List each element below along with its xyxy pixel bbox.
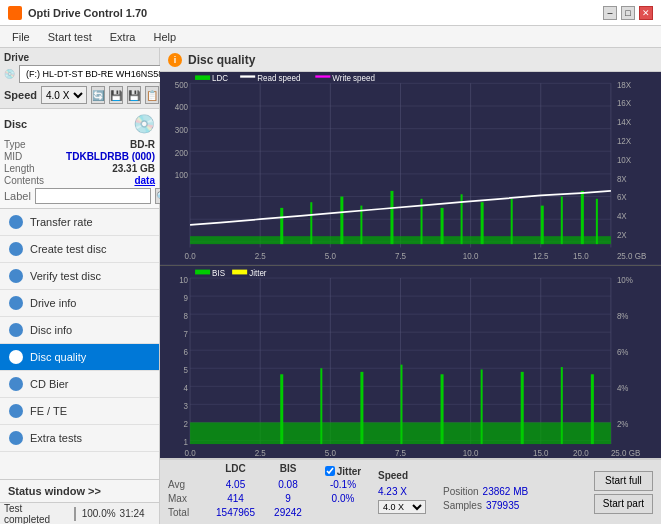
speed-icon-3[interactable]: 💾 bbox=[127, 86, 141, 104]
sidebar-label-fe-te: FE / TE bbox=[30, 405, 67, 417]
status-window-item[interactable]: Status window >> bbox=[0, 480, 159, 502]
svg-rect-105 bbox=[441, 374, 444, 444]
disc-length-row: Length 23.31 GB bbox=[4, 163, 155, 174]
start-full-button[interactable]: Start full bbox=[594, 471, 653, 491]
sidebar-item-cd-bier[interactable]: CD Bier bbox=[0, 371, 159, 398]
svg-text:4: 4 bbox=[184, 382, 189, 393]
svg-rect-43 bbox=[390, 191, 393, 244]
menu-start-test[interactable]: Start test bbox=[40, 29, 100, 45]
max-bis: 9 bbox=[285, 493, 291, 507]
sidebar-item-create-test-disc[interactable]: Create test disc bbox=[0, 236, 159, 263]
svg-text:LDC: LDC bbox=[212, 73, 228, 84]
menu-file[interactable]: File bbox=[4, 29, 38, 45]
app-icon bbox=[8, 6, 22, 20]
drive-section: Drive 💿 (F:) HL-DT-ST BD-RE WH16NS58 TST… bbox=[0, 48, 159, 109]
disc-label-input[interactable] bbox=[35, 188, 151, 204]
extra-tests-icon bbox=[8, 430, 24, 446]
svg-text:14X: 14X bbox=[617, 117, 632, 128]
svg-text:Read speed: Read speed bbox=[257, 73, 300, 84]
position-value: 23862 MB bbox=[483, 486, 529, 500]
svg-rect-106 bbox=[481, 369, 483, 444]
svg-text:8%: 8% bbox=[617, 310, 629, 321]
menu-extra[interactable]: Extra bbox=[102, 29, 144, 45]
speed-icon-1[interactable]: 🔄 bbox=[91, 86, 105, 104]
svg-rect-110 bbox=[195, 269, 210, 274]
sidebar-label-cd-bier: CD Bier bbox=[30, 378, 69, 390]
sidebar-item-fe-te[interactable]: FE / TE bbox=[0, 398, 159, 425]
svg-text:4X: 4X bbox=[617, 211, 627, 222]
disc-label-row: Label 🔍 bbox=[4, 188, 155, 204]
svg-rect-51 bbox=[581, 191, 584, 244]
sidebar-label-create-test-disc: Create test disc bbox=[30, 243, 106, 255]
status-section: Status window >> bbox=[0, 479, 159, 502]
avg-ldc: 4.05 bbox=[226, 479, 245, 493]
svg-rect-45 bbox=[441, 208, 444, 244]
start-part-button[interactable]: Start part bbox=[594, 494, 653, 514]
menu-help[interactable]: Help bbox=[145, 29, 184, 45]
svg-text:10%: 10% bbox=[617, 274, 633, 285]
sidebar-label-disc-quality: Disc quality bbox=[30, 351, 86, 363]
sidebar-item-disc-quality[interactable]: Disc quality bbox=[0, 344, 159, 371]
start-buttons: Start full Start part bbox=[594, 471, 653, 514]
transfer-rate-icon bbox=[8, 214, 24, 230]
svg-text:100: 100 bbox=[175, 170, 189, 181]
drive-info-icon bbox=[8, 295, 24, 311]
svg-text:10.0: 10.0 bbox=[463, 250, 479, 261]
svg-text:7.5: 7.5 bbox=[395, 447, 406, 458]
content-area: i Disc quality bbox=[160, 48, 661, 524]
disc-mid-value: TDKBLDRBB (000) bbox=[66, 151, 155, 162]
disc-type-value: BD-R bbox=[130, 139, 155, 150]
sidebar-item-verify-test-disc[interactable]: Verify test disc bbox=[0, 263, 159, 290]
disc-contents-value[interactable]: data bbox=[134, 175, 155, 186]
svg-rect-48 bbox=[511, 199, 513, 244]
nav-items: Transfer rate Create test disc Verify te… bbox=[0, 209, 159, 479]
speed-icon-2[interactable]: 💾 bbox=[109, 86, 123, 104]
svg-text:15.0: 15.0 bbox=[533, 447, 549, 458]
speed-select-stats[interactable]: 4.0 X bbox=[378, 500, 426, 514]
disc-mid-label: MID bbox=[4, 151, 22, 162]
speed-icon-4[interactable]: 📋 bbox=[145, 86, 159, 104]
create-test-disc-icon bbox=[8, 241, 24, 257]
speed-label: Speed bbox=[4, 89, 37, 101]
sidebar-item-extra-tests[interactable]: Extra tests bbox=[0, 425, 159, 452]
svg-text:300: 300 bbox=[175, 125, 189, 136]
svg-rect-47 bbox=[481, 202, 484, 244]
close-button[interactable]: ✕ bbox=[639, 6, 653, 20]
disc-label: Disc bbox=[4, 118, 27, 130]
svg-rect-109 bbox=[591, 374, 594, 444]
fe-te-icon bbox=[8, 403, 24, 419]
sidebar-item-transfer-rate[interactable]: Transfer rate bbox=[0, 209, 159, 236]
time-text: 31:24 bbox=[120, 508, 155, 519]
svg-rect-0 bbox=[160, 72, 661, 265]
minimize-button[interactable]: – bbox=[603, 6, 617, 20]
progress-area: Test completed 100.0% 31:24 bbox=[0, 502, 159, 524]
jitter-checkbox[interactable] bbox=[325, 466, 335, 476]
sidebar-label-disc-info: Disc info bbox=[30, 324, 72, 336]
menu-bar: File Start test Extra Help bbox=[0, 26, 661, 48]
svg-text:8: 8 bbox=[184, 310, 189, 321]
sidebar-item-drive-info[interactable]: Drive info bbox=[0, 290, 159, 317]
svg-text:2X: 2X bbox=[617, 230, 627, 241]
content-title: Disc quality bbox=[188, 53, 255, 67]
bottom-panel: Avg Max Total LDC 4.05 414 1547965 BIS 0… bbox=[160, 458, 661, 524]
total-ldc: 1547965 bbox=[216, 507, 255, 521]
svg-rect-53 bbox=[195, 75, 210, 80]
speed-select-main[interactable]: 4.0 X bbox=[41, 86, 87, 104]
svg-text:10: 10 bbox=[179, 274, 188, 285]
sidebar-item-disc-info[interactable]: Disc info bbox=[0, 317, 159, 344]
content-header: i Disc quality bbox=[160, 48, 661, 72]
svg-text:25.0 GB: 25.0 GB bbox=[617, 250, 647, 261]
maximize-button[interactable]: □ bbox=[621, 6, 635, 20]
svg-rect-102 bbox=[320, 368, 322, 444]
progress-pct: 100.0% bbox=[80, 508, 115, 519]
svg-text:2: 2 bbox=[184, 418, 189, 429]
avg-bis: 0.08 bbox=[278, 479, 297, 493]
sidebar-label-drive-info: Drive info bbox=[30, 297, 76, 309]
svg-rect-50 bbox=[561, 197, 563, 245]
disc-length-label: Length bbox=[4, 163, 35, 174]
charts-wrapper: 500 400 300 200 100 18X 16X 14X 12X 10X … bbox=[160, 72, 661, 458]
speed-col: Speed 4.23 X 4.0 X bbox=[378, 470, 433, 514]
svg-rect-104 bbox=[400, 364, 402, 443]
stats-row: Avg Max Total LDC 4.05 414 1547965 BIS 0… bbox=[160, 459, 661, 524]
disc-label-label: Label bbox=[4, 190, 31, 202]
